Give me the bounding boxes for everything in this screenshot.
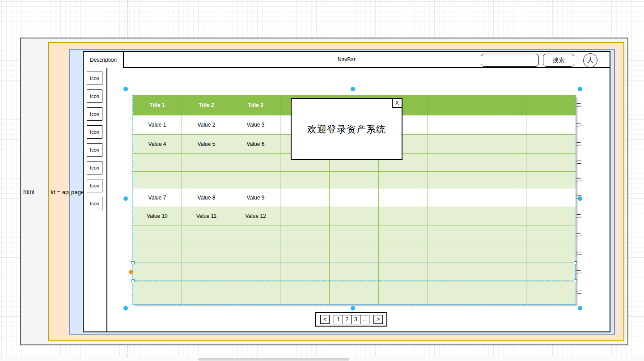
row-resize-handle[interactable] — [576, 123, 582, 126]
table-cell[interactable]: Value 11 — [182, 207, 231, 225]
table-cell[interactable]: Value 12 — [231, 207, 280, 225]
row-resize-handle[interactable] — [576, 160, 582, 164]
table-cell[interactable] — [428, 225, 477, 245]
table-cell[interactable] — [182, 172, 231, 188]
table-cell[interactable] — [477, 207, 526, 225]
row-resize-handle[interactable] — [576, 290, 582, 294]
table-cell[interactable] — [231, 154, 280, 171]
table-cell[interactable]: Value 1 — [133, 115, 182, 134]
table-cell[interactable] — [526, 245, 576, 263]
table-cell[interactable] — [428, 188, 477, 207]
pagination-next-button[interactable]: > — [373, 315, 383, 324]
pagination-prev-button[interactable]: < — [320, 315, 330, 324]
table-row[interactable] — [133, 225, 576, 245]
table-cell[interactable] — [379, 281, 428, 304]
table-cell[interactable] — [133, 245, 182, 263]
row-resize-handle[interactable] — [576, 142, 582, 145]
search-button[interactable]: 搜索 — [543, 54, 574, 67]
sidebar-icon-button[interactable]: Icon — [87, 107, 102, 121]
table-cell[interactable] — [133, 172, 182, 188]
table-cell[interactable] — [330, 207, 379, 225]
table-cell[interactable] — [280, 207, 330, 225]
table-cell[interactable] — [526, 207, 576, 225]
table-cell[interactable] — [477, 154, 526, 171]
search-input[interactable] — [481, 54, 539, 67]
table-cell[interactable]: Value 6 — [231, 135, 280, 153]
table-cell[interactable] — [428, 281, 477, 304]
table-cell[interactable] — [477, 115, 526, 134]
user-avatar-icon[interactable]: 人 — [583, 53, 597, 68]
table-cell[interactable]: Value 10 — [133, 207, 182, 225]
sidebar-icon-button[interactable]: Icon — [87, 179, 102, 192]
table-cell[interactable] — [231, 281, 280, 304]
row-resize-handle[interactable] — [576, 103, 582, 106]
table-cell[interactable] — [133, 281, 182, 304]
table-cell[interactable] — [231, 225, 280, 245]
table-cell[interactable] — [330, 225, 379, 245]
table-cell[interactable] — [526, 225, 576, 245]
editor-canvas[interactable]: html Id = app page NavBar Description 搜索… — [0, 0, 644, 361]
table-cell[interactable]: Value 8 — [182, 188, 231, 207]
table-row[interactable] — [133, 263, 576, 281]
table-cell[interactable] — [526, 154, 576, 171]
table-cell[interactable] — [379, 188, 428, 207]
pagination-page[interactable]: 1 — [334, 315, 343, 324]
table-cell[interactable] — [428, 115, 477, 134]
row-resize-handle[interactable] — [576, 251, 582, 255]
table-cell[interactable] — [379, 225, 428, 245]
table-cell[interactable] — [428, 172, 477, 188]
table-cell[interactable] — [133, 263, 182, 281]
table-cell[interactable] — [477, 188, 526, 207]
table-cell[interactable] — [477, 263, 526, 281]
table-cell[interactable] — [280, 281, 330, 304]
table-row[interactable] — [133, 171, 576, 188]
table-header-cell[interactable] — [526, 95, 576, 115]
description-box[interactable]: Description — [84, 52, 124, 68]
table-cell[interactable] — [280, 263, 330, 281]
table-cell[interactable]: Value 5 — [182, 135, 231, 153]
table-header-cell[interactable]: Title 3 — [231, 95, 280, 115]
sidebar-icon-button[interactable]: Icon — [87, 125, 102, 139]
table-row[interactable] — [133, 245, 576, 263]
horizontal-scrollbar-thumb[interactable] — [198, 358, 349, 361]
sidebar-icon-button[interactable]: Icon — [87, 197, 102, 210]
table-cell[interactable] — [477, 281, 526, 304]
table-cell[interactable] — [477, 225, 526, 245]
table-cell[interactable] — [526, 188, 576, 207]
pagination-page[interactable]: 3 — [352, 315, 360, 324]
table-cell[interactable] — [379, 172, 428, 188]
table-cell[interactable] — [428, 135, 477, 153]
table-cell[interactable]: Value 9 — [231, 188, 280, 207]
row-resize-handle[interactable] — [576, 270, 582, 273]
table-cell[interactable] — [428, 207, 477, 225]
selection-handle-dot[interactable] — [351, 306, 355, 310]
selection-handle-dot[interactable] — [578, 196, 582, 201]
table-cell[interactable] — [330, 245, 379, 263]
table-cell[interactable] — [182, 245, 231, 263]
table-cell[interactable] — [182, 263, 231, 281]
table-cell[interactable] — [231, 263, 280, 281]
table-row[interactable]: Value 10Value 11Value 12 — [133, 207, 576, 225]
pagination-page[interactable]: ... — [360, 315, 369, 324]
table-cell[interactable] — [477, 172, 526, 188]
table-cell[interactable] — [182, 281, 231, 304]
table-cell[interactable] — [526, 281, 576, 304]
table-cell[interactable] — [526, 135, 576, 153]
table-header-cell[interactable]: Title 1 — [133, 95, 182, 115]
table-cell[interactable] — [330, 281, 379, 304]
table-cell[interactable] — [526, 172, 576, 188]
table-cell[interactable] — [231, 172, 280, 188]
table-cell[interactable]: Value 2 — [182, 115, 231, 134]
horizontal-scrollbar-track[interactable] — [0, 357, 644, 361]
selection-handle-dot[interactable] — [578, 306, 582, 310]
sidebar-icon-button[interactable]: Icon — [87, 143, 102, 157]
table-cell[interactable] — [280, 225, 330, 245]
table-cell[interactable] — [280, 245, 330, 263]
sidebar-icon-button[interactable]: Icon — [87, 72, 102, 85]
selection-handle-dot[interactable] — [578, 87, 582, 91]
table-cell[interactable] — [526, 115, 576, 134]
table-cell[interactable]: Value 7 — [133, 188, 182, 207]
selection-handle-dot[interactable] — [123, 196, 128, 201]
table-cell[interactable] — [330, 188, 379, 207]
table-cell[interactable] — [280, 172, 330, 188]
